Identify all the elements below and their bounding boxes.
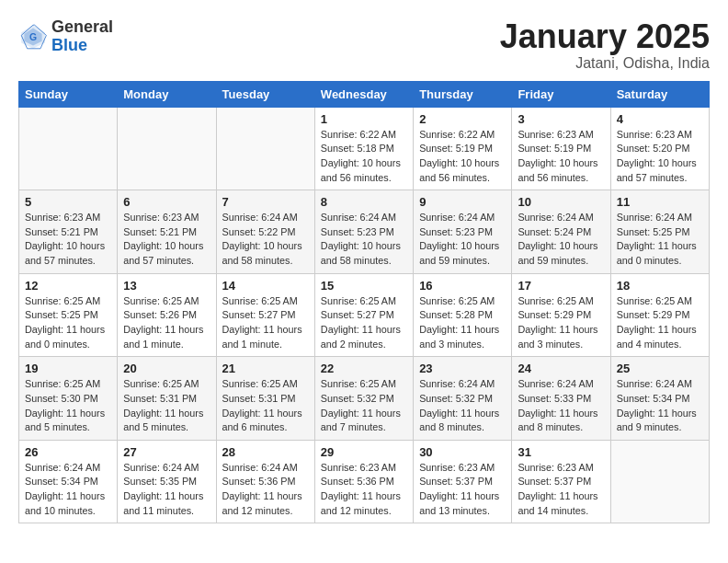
week-row-5: 26Sunrise: 6:24 AM Sunset: 5:34 PM Dayli…	[19, 440, 710, 523]
calendar-cell: 26Sunrise: 6:24 AM Sunset: 5:34 PM Dayli…	[19, 440, 118, 523]
day-info: Sunrise: 6:25 AM Sunset: 5:28 PM Dayligh…	[419, 294, 506, 352]
day-number: 27	[123, 445, 210, 459]
calendar-cell: 20Sunrise: 6:25 AM Sunset: 5:31 PM Dayli…	[118, 357, 216, 441]
calendar-cell: 13Sunrise: 6:25 AM Sunset: 5:26 PM Dayli…	[118, 273, 216, 357]
day-number: 1	[321, 112, 407, 126]
header-wednesday: Wednesday	[314, 81, 413, 107]
calendar-cell: 18Sunrise: 6:25 AM Sunset: 5:29 PM Dayli…	[610, 273, 709, 357]
day-number: 28	[222, 445, 309, 459]
day-info: Sunrise: 6:24 AM Sunset: 5:34 PM Dayligh…	[25, 461, 111, 519]
day-info: Sunrise: 6:24 AM Sunset: 5:24 PM Dayligh…	[518, 211, 604, 269]
header-monday: Monday	[118, 81, 216, 107]
calendar-cell: 21Sunrise: 6:25 AM Sunset: 5:31 PM Dayli…	[216, 357, 314, 441]
calendar-cell	[118, 107, 216, 190]
day-info: Sunrise: 6:23 AM Sunset: 5:19 PM Dayligh…	[518, 128, 604, 186]
day-info: Sunrise: 6:23 AM Sunset: 5:37 PM Dayligh…	[419, 461, 506, 519]
week-row-1: 1Sunrise: 6:22 AM Sunset: 5:18 PM Daylig…	[19, 107, 710, 190]
day-info: Sunrise: 6:24 AM Sunset: 5:23 PM Dayligh…	[419, 211, 506, 269]
calendar-cell: 1Sunrise: 6:22 AM Sunset: 5:18 PM Daylig…	[314, 107, 413, 190]
calendar-subtitle: Jatani, Odisha, India	[500, 55, 710, 72]
calendar-table: SundayMondayTuesdayWednesdayThursdayFrid…	[18, 81, 710, 524]
header-tuesday: Tuesday	[216, 81, 314, 107]
day-number: 16	[419, 279, 506, 293]
calendar-cell: 24Sunrise: 6:24 AM Sunset: 5:33 PM Dayli…	[512, 357, 610, 441]
day-info: Sunrise: 6:22 AM Sunset: 5:18 PM Dayligh…	[321, 128, 407, 186]
day-info: Sunrise: 6:24 AM Sunset: 5:23 PM Dayligh…	[321, 211, 407, 269]
day-number: 23	[419, 362, 506, 375]
calendar-cell	[610, 440, 709, 523]
day-number: 11	[617, 195, 703, 209]
calendar-cell: 22Sunrise: 6:25 AM Sunset: 5:32 PM Dayli…	[314, 357, 413, 441]
day-info: Sunrise: 6:24 AM Sunset: 5:32 PM Dayligh…	[419, 377, 506, 435]
week-row-2: 5Sunrise: 6:23 AM Sunset: 5:21 PM Daylig…	[19, 190, 710, 274]
calendar-cell: 7Sunrise: 6:24 AM Sunset: 5:22 PM Daylig…	[216, 190, 314, 274]
day-info: Sunrise: 6:24 AM Sunset: 5:22 PM Dayligh…	[222, 211, 309, 269]
header-saturday: Saturday	[610, 81, 709, 107]
day-number: 13	[123, 279, 210, 293]
calendar-cell: 10Sunrise: 6:24 AM Sunset: 5:24 PM Dayli…	[512, 190, 610, 274]
day-number: 2	[419, 112, 506, 126]
calendar-cell	[19, 107, 118, 190]
day-number: 8	[321, 195, 407, 209]
day-number: 10	[518, 195, 604, 209]
week-row-4: 19Sunrise: 6:25 AM Sunset: 5:30 PM Dayli…	[19, 357, 710, 441]
day-info: Sunrise: 6:25 AM Sunset: 5:30 PM Dayligh…	[25, 377, 111, 435]
day-info: Sunrise: 6:24 AM Sunset: 5:36 PM Dayligh…	[222, 461, 309, 519]
day-number: 7	[222, 195, 309, 209]
day-number: 30	[419, 445, 506, 459]
day-info: Sunrise: 6:23 AM Sunset: 5:36 PM Dayligh…	[321, 461, 407, 519]
day-number: 29	[321, 445, 407, 459]
day-info: Sunrise: 6:23 AM Sunset: 5:21 PM Dayligh…	[123, 211, 210, 269]
day-info: Sunrise: 6:24 AM Sunset: 5:34 PM Dayligh…	[617, 377, 703, 435]
calendar-cell: 28Sunrise: 6:24 AM Sunset: 5:36 PM Dayli…	[216, 440, 314, 523]
calendar-cell: 31Sunrise: 6:23 AM Sunset: 5:37 PM Dayli…	[512, 440, 610, 523]
day-number: 4	[617, 112, 703, 126]
day-info: Sunrise: 6:25 AM Sunset: 5:29 PM Dayligh…	[518, 294, 604, 352]
day-info: Sunrise: 6:25 AM Sunset: 5:32 PM Dayligh…	[321, 377, 407, 435]
day-number: 31	[518, 445, 604, 459]
logo: G General Blue	[18, 18, 113, 55]
calendar-cell: 11Sunrise: 6:24 AM Sunset: 5:25 PM Dayli…	[610, 190, 709, 274]
day-number: 17	[518, 279, 604, 293]
day-number: 12	[25, 279, 111, 293]
calendar-cell: 25Sunrise: 6:24 AM Sunset: 5:34 PM Dayli…	[610, 357, 709, 441]
day-number: 21	[222, 362, 309, 375]
calendar-cell: 30Sunrise: 6:23 AM Sunset: 5:37 PM Dayli…	[414, 440, 512, 523]
day-info: Sunrise: 6:24 AM Sunset: 5:35 PM Dayligh…	[123, 461, 210, 519]
day-info: Sunrise: 6:25 AM Sunset: 5:29 PM Dayligh…	[617, 294, 703, 352]
day-number: 18	[617, 279, 703, 293]
day-number: 5	[25, 195, 111, 209]
week-row-3: 12Sunrise: 6:25 AM Sunset: 5:25 PM Dayli…	[19, 273, 710, 357]
calendar-cell: 5Sunrise: 6:23 AM Sunset: 5:21 PM Daylig…	[19, 190, 118, 274]
day-info: Sunrise: 6:25 AM Sunset: 5:26 PM Dayligh…	[123, 294, 210, 352]
day-number: 6	[123, 195, 210, 209]
calendar-cell: 16Sunrise: 6:25 AM Sunset: 5:28 PM Dayli…	[414, 273, 512, 357]
title-block: January 2025 Jatani, Odisha, India	[500, 18, 710, 72]
logo-general-text: General	[51, 17, 113, 36]
day-number: 24	[518, 362, 604, 375]
calendar-title: January 2025	[500, 18, 710, 55]
day-info: Sunrise: 6:25 AM Sunset: 5:25 PM Dayligh…	[25, 294, 111, 352]
day-info: Sunrise: 6:23 AM Sunset: 5:20 PM Dayligh…	[617, 128, 703, 186]
day-info: Sunrise: 6:24 AM Sunset: 5:25 PM Dayligh…	[617, 211, 703, 269]
logo-icon: G	[18, 22, 48, 52]
day-info: Sunrise: 6:25 AM Sunset: 5:27 PM Dayligh…	[321, 294, 407, 352]
logo-blue-text: Blue	[51, 36, 87, 54]
calendar-cell: 8Sunrise: 6:24 AM Sunset: 5:23 PM Daylig…	[314, 190, 413, 274]
days-header-row: SundayMondayTuesdayWednesdayThursdayFrid…	[19, 81, 710, 107]
calendar-cell: 19Sunrise: 6:25 AM Sunset: 5:30 PM Dayli…	[19, 357, 118, 441]
day-info: Sunrise: 6:23 AM Sunset: 5:37 PM Dayligh…	[518, 461, 604, 519]
calendar-cell: 23Sunrise: 6:24 AM Sunset: 5:32 PM Dayli…	[414, 357, 512, 441]
calendar-cell: 12Sunrise: 6:25 AM Sunset: 5:25 PM Dayli…	[19, 273, 118, 357]
day-info: Sunrise: 6:23 AM Sunset: 5:21 PM Dayligh…	[25, 211, 111, 269]
day-number: 20	[123, 362, 210, 375]
calendar-cell: 3Sunrise: 6:23 AM Sunset: 5:19 PM Daylig…	[512, 107, 610, 190]
day-info: Sunrise: 6:25 AM Sunset: 5:31 PM Dayligh…	[222, 377, 309, 435]
day-info: Sunrise: 6:22 AM Sunset: 5:19 PM Dayligh…	[419, 128, 506, 186]
day-number: 15	[321, 279, 407, 293]
calendar-cell: 17Sunrise: 6:25 AM Sunset: 5:29 PM Dayli…	[512, 273, 610, 357]
day-number: 9	[419, 195, 506, 209]
calendar-cell: 27Sunrise: 6:24 AM Sunset: 5:35 PM Dayli…	[118, 440, 216, 523]
day-number: 26	[25, 445, 111, 459]
svg-text:G: G	[29, 32, 37, 42]
